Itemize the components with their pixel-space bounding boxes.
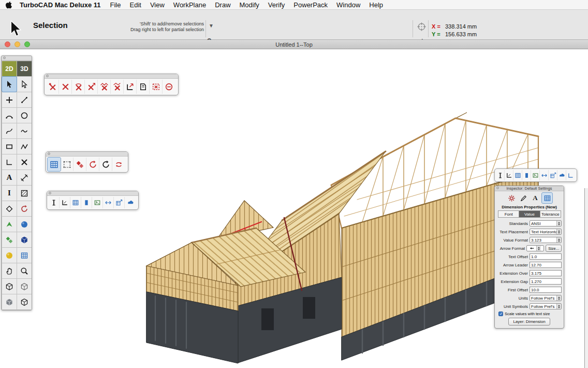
erase-tool[interactable] [17,154,32,169]
arc-tool[interactable] [2,108,17,123]
text-offset-input[interactable]: 1.0 [530,253,562,260]
tab-tolerance[interactable]: Tolerance [540,210,561,218]
dimension-toolbar-header[interactable] [47,191,138,196]
db-column[interactable] [81,197,92,208]
line-tool[interactable] [17,92,32,107]
render-tool[interactable] [2,248,17,263]
value-format-select[interactable]: 3.123 [530,237,562,243]
corner-tool[interactable] [2,154,17,169]
leader-tool[interactable]: I [2,186,17,201]
db-cloud[interactable] [125,197,136,208]
rb-table[interactable] [513,170,522,180]
wireframe-view-tool[interactable] [2,279,17,294]
dimension-toolbar-close-button[interactable] [49,192,51,194]
menu-file[interactable]: File [110,1,121,9]
rb-table-export[interactable] [549,170,557,180]
snap-toolbar-header[interactable] [45,74,178,79]
snap-intersection[interactable] [85,80,98,94]
units-select[interactable]: Follow Pref's [530,295,562,301]
snap-vertex[interactable] [46,80,59,94]
snap-grid[interactable] [150,80,163,94]
db-vertical-dim[interactable] [49,197,60,208]
inspector-settings[interactable] [506,193,517,203]
palette-close-button[interactable] [3,56,6,59]
select-tool[interactable] [2,77,17,92]
app-menu[interactable]: TurboCAD Mac Deluxe 11 [20,1,101,9]
db-image[interactable] [92,197,103,208]
menu-modify[interactable]: Modify [240,1,259,9]
menu-draw[interactable]: Draw [215,1,230,9]
move-tool[interactable] [74,158,86,171]
snap-toolbar-close-button[interactable] [46,75,49,77]
rb-vertical-dim[interactable] [496,170,505,180]
rotate-tool[interactable] [17,201,32,216]
snap-midpoint[interactable] [111,80,124,94]
select-grid-mode[interactable] [48,158,61,171]
flyout-arrow-icon[interactable] [209,23,214,29]
menu-edit[interactable]: Edit [129,1,141,9]
text-placement-select[interactable]: Text Horizontal [530,229,562,235]
inspector-header[interactable]: Inspector: Default Settings [495,186,564,191]
menu-view[interactable]: View [150,1,165,9]
transform-toolbar-header[interactable] [46,152,128,157]
coordinate-crosshair-icon[interactable] [417,22,426,31]
materials-tool[interactable] [17,248,32,263]
menu-verify[interactable]: Verify [268,1,285,9]
undo-move-tool[interactable] [86,158,99,171]
spline-tool[interactable] [17,123,32,138]
curve-tool[interactable] [2,123,17,138]
rb-leader[interactable] [566,170,575,180]
rb-image[interactable] [531,170,540,180]
rb-cloud[interactable] [557,170,566,180]
select-alt-tool[interactable] [17,77,32,92]
extension-gap-input[interactable]: 1.270 [530,278,562,285]
first-offset-input[interactable]: 10.0 [530,287,562,293]
inspector-dimension[interactable] [542,193,552,203]
extrude-tool[interactable] [2,217,17,232]
rb-arrows[interactable] [540,170,549,180]
menu-powerpack[interactable]: PowerPack [293,1,328,9]
snap-quadrant[interactable] [124,80,137,94]
tab-font[interactable]: Font [498,210,519,218]
polyline-tool[interactable] [17,139,32,154]
unit-symbols-select[interactable]: Follow Pref's [530,303,562,309]
inspector-pen[interactable] [518,193,528,203]
menu-window[interactable]: Window [336,1,360,9]
apple-menu-icon[interactable] [5,1,12,9]
point-tool[interactable] [2,92,17,107]
layer-button[interactable]: Layer: Dimension [508,318,550,325]
inspector-text[interactable]: A [530,193,540,203]
db-table[interactable] [70,197,81,208]
snap-arc-center[interactable] [72,80,85,94]
sphere-tool[interactable] [17,217,32,232]
text-tool[interactable]: A [2,170,17,185]
snap-annotation[interactable] [137,80,150,94]
inspector-close-button[interactable] [496,187,499,189]
render-view-tool[interactable] [17,294,32,309]
pan-tool[interactable] [2,263,17,278]
arrow-format-select[interactable] [526,245,544,251]
shaded-view-tool[interactable] [2,294,17,309]
dimension-tool[interactable] [17,170,32,185]
canvas-scrollbar[interactable] [584,188,588,368]
mode-2d[interactable]: 2D [2,61,17,76]
snap-apparent-intersection[interactable] [98,80,111,94]
menu-workplane[interactable]: WorkPlane [173,1,206,9]
hatch-tool[interactable] [17,186,32,201]
tab-value[interactable]: Value [519,210,540,218]
standards-select[interactable]: ANSI [530,220,562,227]
workplane-tool[interactable] [2,201,17,216]
arrow-leader-input[interactable]: 12.70 [530,262,562,268]
rb-corner-dim[interactable] [505,170,513,180]
boolean-tool[interactable] [2,232,17,247]
mode-3d[interactable]: 3D [17,61,32,76]
rb-column[interactable] [522,170,531,180]
drawing-canvas[interactable]: 2D3DAI Inspector: Default Settings A Dim… [0,49,588,368]
db-table-export[interactable] [114,197,125,208]
rectangle-tool[interactable] [2,139,17,154]
arrow-format-size-button[interactable]: Size... [546,245,562,252]
scale-values-checkbox[interactable] [498,312,503,316]
circle-tool[interactable] [17,108,32,123]
db-arrows[interactable] [103,197,114,208]
snap-none[interactable] [59,80,72,94]
